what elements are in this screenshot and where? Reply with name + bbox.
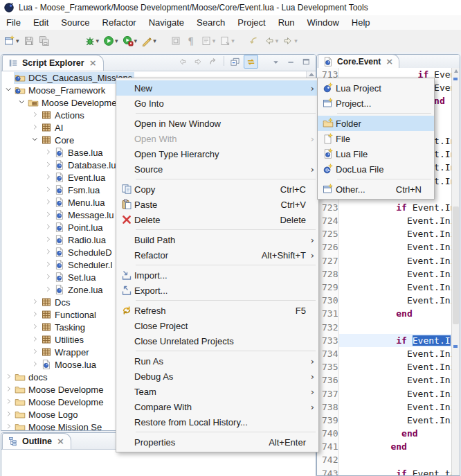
chevron-right-icon[interactable] <box>4 385 14 394</box>
chevron-right-icon[interactable] <box>44 222 53 232</box>
chevron-right-icon[interactable] <box>44 210 53 220</box>
menu-item-file[interactable]: File <box>318 131 434 146</box>
menu-run[interactable]: Run <box>272 16 301 29</box>
menu-item-export[interactable]: Export... <box>116 283 318 298</box>
menu-item-copy[interactable]: CopyCtrl+C <box>116 182 318 197</box>
menu-item-project[interactable]: Project... <box>318 96 434 111</box>
scrollbar-thumb[interactable] <box>453 206 459 324</box>
chevron-right-icon[interactable] <box>44 197 53 207</box>
menu-file[interactable]: File <box>0 16 27 29</box>
chevron-right-icon[interactable] <box>4 422 14 430</box>
code-line[interactable]: 732 <box>317 321 452 334</box>
close-icon[interactable]: × <box>89 60 97 67</box>
chevron-right-icon[interactable] <box>4 397 14 407</box>
menu-item-delete[interactable]: DeleteDelete <box>116 212 318 227</box>
close-icon[interactable]: × <box>57 438 64 445</box>
chevron-right-icon[interactable] <box>30 297 40 307</box>
code-line[interactable]: 730 Event.Ini <box>317 294 452 307</box>
menu-search[interactable]: Search <box>190 16 231 29</box>
minimize-button[interactable] <box>284 55 298 68</box>
nav-back-button[interactable] <box>176 55 189 68</box>
nav-forward-button[interactable] <box>191 55 204 68</box>
menu-item-doclua-file[interactable]: DocLua File <box>318 161 434 177</box>
menu-source[interactable]: Source <box>55 16 96 29</box>
collapse-all-button[interactable] <box>228 55 242 68</box>
chevron-right-icon[interactable] <box>44 185 53 195</box>
code-line[interactable]: 727 Event.Ini <box>317 254 452 267</box>
code-line[interactable]: 729 Event.Ini <box>317 281 452 294</box>
menu-item-paste[interactable]: PasteCtrl+V <box>116 197 318 212</box>
chevron-right-icon[interactable] <box>4 372 14 382</box>
code-line[interactable]: 737 Event.Ini <box>317 387 452 400</box>
chevron-right-icon[interactable] <box>44 235 53 245</box>
chevron-right-icon[interactable] <box>44 148 53 157</box>
overview-marker[interactable] <box>453 78 458 80</box>
chevron-down-icon[interactable] <box>17 98 27 107</box>
code-line[interactable]: 725 Event.Ini <box>317 227 452 240</box>
menu-refactor[interactable]: Refactor <box>96 16 143 29</box>
chevron-down-icon[interactable] <box>4 85 14 95</box>
chevron-right-icon[interactable] <box>30 322 40 332</box>
menu-item-refactor[interactable]: RefactorAlt+Shift+T› <box>116 247 318 263</box>
chevron-right-icon[interactable] <box>4 409 14 419</box>
chevron-right-icon[interactable] <box>44 160 53 170</box>
tab-script-explorer[interactable]: Script Explorer × <box>2 55 104 71</box>
run-button[interactable]: ▾ <box>102 33 120 49</box>
menu-item-properties[interactable]: PropertiesAlt+Enter <box>116 434 318 450</box>
new-wizard-button[interactable]: ▾ <box>3 33 21 49</box>
menu-item-source[interactable]: Source› <box>116 161 318 177</box>
menu-edit[interactable]: Edit <box>27 16 55 29</box>
tab-core-event[interactable]: Core.Event × <box>318 54 399 68</box>
editor-scrollbar[interactable] <box>451 68 460 475</box>
code-line[interactable]: 731 end <box>317 307 452 320</box>
chevron-right-icon[interactable] <box>44 247 53 257</box>
close-icon[interactable]: × <box>386 58 393 65</box>
maximize-button[interactable] <box>300 55 313 68</box>
overview-marker[interactable] <box>453 345 458 348</box>
menu-item-lua-project[interactable]: Lua Project <box>318 80 434 96</box>
code-line[interactable]: 738 Event.Ini <box>317 400 452 414</box>
menu-navigate[interactable]: Navigate <box>143 16 190 29</box>
code-line[interactable]: 734 Event.Ini <box>317 347 452 360</box>
menu-item-go-into[interactable]: Go Into <box>116 96 318 111</box>
chevron-right-icon[interactable] <box>30 360 40 369</box>
run-coverage-button[interactable]: ▾ <box>121 33 139 49</box>
code-line[interactable]: 742 <box>317 453 452 466</box>
code-line[interactable]: 724 Event.Ini <box>317 214 452 227</box>
chevron-right-icon[interactable] <box>30 110 40 120</box>
scroll-up-arrow-icon[interactable] <box>454 69 458 73</box>
chevron-right-icon[interactable] <box>44 272 53 282</box>
menu-item-import[interactable]: Import... <box>116 267 318 283</box>
code-line[interactable]: 728 Event.Ini <box>317 267 452 281</box>
menu-help[interactable]: Help <box>345 16 377 29</box>
menu-item-lua-file[interactable]: Lua File <box>318 146 434 161</box>
chevron-right-icon[interactable] <box>30 335 40 344</box>
chevron-right-icon[interactable] <box>44 260 53 270</box>
menu-item-run-as[interactable]: Run As› <box>116 353 318 369</box>
menu-item-open-in-new-window[interactable]: Open in New Window <box>116 116 318 131</box>
menu-item-compare-with[interactable]: Compare With› <box>116 399 318 414</box>
menu-item-other[interactable]: Other...Ctrl+N <box>318 182 434 197</box>
menu-item-close-unrelated-projects[interactable]: Close Unrelated Projects <box>116 333 318 349</box>
menu-item-team[interactable]: Team› <box>116 384 318 399</box>
debug-button[interactable]: ▾ <box>83 33 101 49</box>
code-line[interactable]: 726 Event.Ini <box>317 240 452 254</box>
code-line[interactable]: 735 Event.Ini <box>317 360 452 373</box>
chevron-down-icon[interactable] <box>30 135 40 145</box>
external-tools-button[interactable]: ▾ <box>140 33 158 49</box>
code-line[interactable]: 733 if Event.I <box>317 334 452 347</box>
scroll-up-arrow-icon[interactable] <box>309 73 314 76</box>
code-line[interactable]: 743 if Event.ta <box>317 467 452 475</box>
code-line[interactable]: 723 if Event.IniD <box>317 201 452 214</box>
code-line[interactable]: 739 Event.Ini <box>317 414 452 427</box>
menu-item-close-project[interactable]: Close Project <box>116 318 318 333</box>
view-menu-button[interactable] <box>269 55 282 68</box>
code-line[interactable]: 740 end <box>317 427 452 440</box>
link-editor-button[interactable] <box>244 55 258 69</box>
tab-outline[interactable]: Outline × <box>2 433 71 449</box>
menu-item-folder[interactable]: Folder <box>318 116 434 131</box>
menu-item-build-path[interactable]: Build Path› <box>116 232 318 247</box>
chevron-right-icon[interactable] <box>30 310 40 319</box>
code-line[interactable]: 736 Event.Ini <box>317 373 452 387</box>
code-line[interactable]: 741 end <box>317 440 452 453</box>
